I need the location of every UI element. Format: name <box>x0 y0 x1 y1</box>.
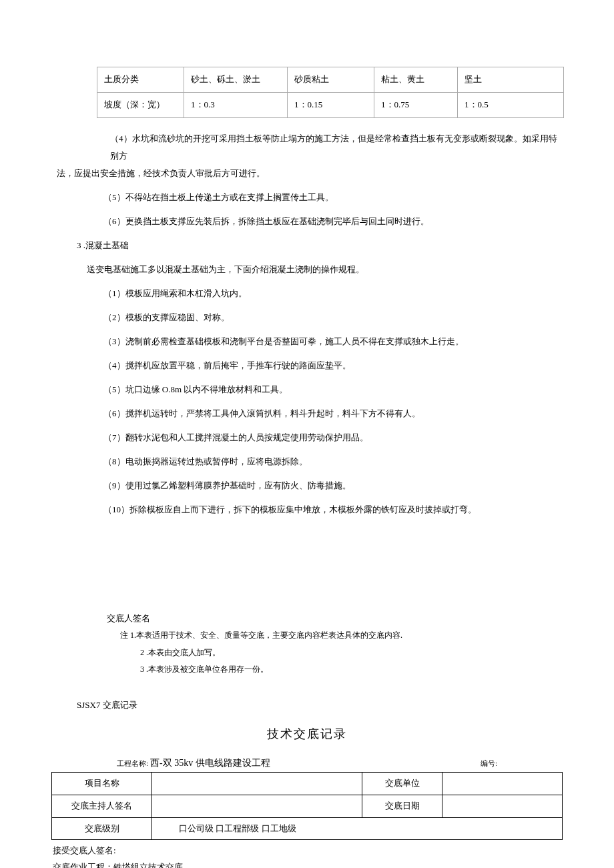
table-row: 交底级别 口公司级 口工程部级 口工地级 <box>52 817 563 840</box>
cell: 粘土、黄土 <box>374 67 458 93</box>
record-form-table: 项目名称 交底单位 交底主持人签名 交底日期 交底级别 口公司级 口工程部级 口… <box>51 772 563 840</box>
page-title: 技术交底记录 <box>50 725 564 744</box>
paragraph: （5）不得站在挡土板上传递土方或在支撑上搁置传土工具。 <box>50 189 564 206</box>
notes-block: 注 1.本表适用于技术、安全、质量等交底，主要交底内容栏表达具体的交底内容. 2… <box>50 629 564 676</box>
paragraph: 送变电基础施工多以混凝土基础为主，下面介绍混凝土浇制的操作规程。 <box>50 261 564 278</box>
work-item-label: 交底作业工程：铁塔组立技术交底 <box>53 859 564 868</box>
record-code: SJSX7 交底记录 <box>50 699 564 713</box>
cell: 1：0.3 <box>184 92 288 117</box>
note-item: 注 1.本表适用于技术、安全、质量等交底，主要交底内容栏表达具体的交底内容. <box>120 629 564 642</box>
cell: 坡度（深：宽） <box>97 92 184 117</box>
table-row: 坡度（深：宽） 1：0.3 1：0.15 1：0.75 1：0.5 <box>97 92 564 117</box>
cell: 坚土 <box>458 67 564 93</box>
cell-label: 交底级别 <box>52 817 152 840</box>
paragraph: （6）搅拌机运转时，严禁将工具伸入滚筒扒料，料斗升起时，料斗下方不得有人。 <box>50 405 564 422</box>
cell: 砂土、砾土、淤土 <box>184 67 288 93</box>
cell-value <box>442 772 563 795</box>
below-table-block: 接受交底人签名: 交底作业工程：铁塔组立技术交底 <box>50 843 564 868</box>
note-item: 2 .本表由交底人加写。 <box>120 646 564 659</box>
cell: 土质分类 <box>97 67 184 93</box>
paragraph: （4）水坑和流砂坑的开挖可采用挡土板等防止塌方的施工方法，但是经常检查挡土板有无… <box>50 130 564 165</box>
paragraph: （4）搅拌机应放置平稳，前后掩牢，手推车行驶的路面应垫平。 <box>50 357 564 374</box>
cell: 1：0.75 <box>374 92 458 117</box>
paragraph: （6）更换挡土板支撑应先装后拆，拆除挡土板应在基础浇制完毕后与回土同时进行。 <box>50 213 564 230</box>
paragraph: （7）翻转水泥包和人工搅拌混凝土的人员按规定使用劳动保护用品。 <box>50 429 564 446</box>
paragraph: （10）拆除模板应自上而下进行，拆下的模板应集中堆放，木模板外露的铁钉应及时拔掉… <box>50 501 564 518</box>
paragraph: （3）浇制前必需检查基础模板和浇制平台是否整固可拳，施工人员不得在支撑或独木上行… <box>50 333 564 350</box>
cell: 1：0.5 <box>458 92 564 117</box>
project-name: 西-双 35kv 供电线路建设工程 <box>150 758 270 768</box>
paragraph: （8）电动振捣器运转过热或暂停时，应将电源拆除。 <box>50 453 564 470</box>
signature-label: 交底人签名 <box>50 612 564 626</box>
cell-label: 项目名称 <box>52 772 152 795</box>
cell-value <box>152 772 362 795</box>
cell: 砂质粘土 <box>288 67 374 93</box>
paragraph: 法，应提出安全措施，经技术负责人审批后方可进行。 <box>50 165 564 182</box>
cell-checkboxes: 口公司级 口工程部级 口工地级 <box>152 817 563 840</box>
table-row: 项目名称 交底单位 <box>52 772 563 795</box>
receiver-signature-label: 接受交底人签名: <box>53 843 564 859</box>
cell-value <box>442 795 563 817</box>
section-heading: 3 .混凝土基础 <box>50 237 564 254</box>
note-item: 3 .本表涉及被交底单位各用存一份。 <box>120 663 564 676</box>
paragraph: （1）模板应用绳索和木杠滑入坑内。 <box>50 285 564 302</box>
paragraph: （5）坑口边缘 O.8m 以内不得堆放材料和工具。 <box>50 381 564 398</box>
paragraph: （2）模板的支撑应稳固、对称。 <box>50 309 564 326</box>
project-name-label: 工程名称: <box>117 759 148 767</box>
cell-label: 交底单位 <box>362 772 442 795</box>
cell-value <box>152 795 362 817</box>
cell-label: 交底日期 <box>362 795 442 817</box>
cell-label: 交底主持人签名 <box>52 795 152 817</box>
project-line: 工程名称: 西-双 35kv 供电线路建设工程 编号: <box>50 756 564 772</box>
table-row: 交底主持人签名 交底日期 <box>52 795 563 817</box>
table-row: 土质分类 砂土、砾土、淤土 砂质粘土 粘土、黄土 坚土 <box>97 67 564 93</box>
cell: 1：0.15 <box>288 92 374 117</box>
paragraph: （9）使用过氯乙烯塑料薄膜养护基础时，应有防火、防毒措施。 <box>50 477 564 494</box>
soil-classification-table: 土质分类 砂土、砾土、淤土 砂质粘土 粘土、黄土 坚土 坡度（深：宽） 1：0.… <box>97 67 564 118</box>
project-number-label: 编号: <box>481 758 497 770</box>
